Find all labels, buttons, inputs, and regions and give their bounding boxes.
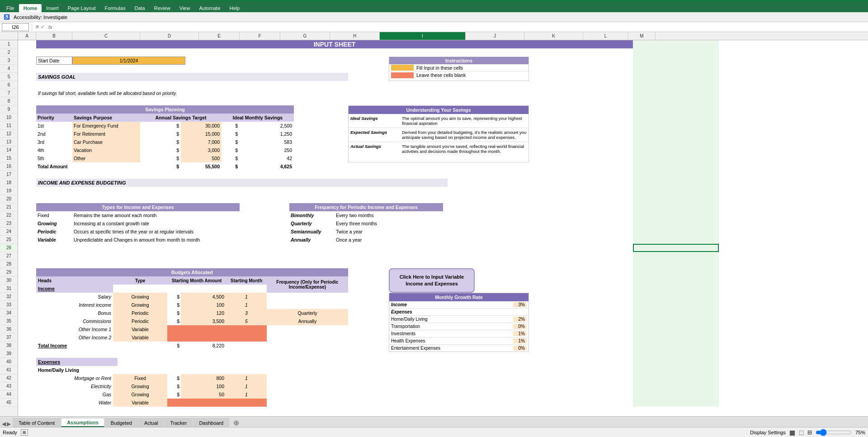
- sp-r4-purpose[interactable]: Vacation: [72, 146, 140, 154]
- row-6[interactable]: 6: [0, 81, 18, 89]
- row-11[interactable]: 11: [0, 122, 18, 130]
- row-7[interactable]: 7: [0, 89, 18, 97]
- row-2[interactable]: 2: [0, 48, 18, 57]
- ribbon-tab-home[interactable]: Home: [19, 4, 42, 12]
- col-header-e[interactable]: E: [199, 32, 240, 40]
- gas-type[interactable]: Growing: [113, 390, 167, 399]
- row-36[interactable]: 36: [0, 325, 18, 333]
- bonus-amount[interactable]: 120: [181, 309, 226, 317]
- col-header-d[interactable]: D: [140, 32, 199, 40]
- electricity-type[interactable]: Growing: [113, 382, 167, 390]
- salary-amount[interactable]: 4,500: [181, 293, 226, 301]
- row-10[interactable]: 10: [0, 114, 18, 122]
- commissions-amount[interactable]: 3,500: [181, 317, 226, 325]
- col-header-g[interactable]: G: [280, 32, 330, 40]
- electricity-amount[interactable]: 100: [181, 382, 226, 390]
- row-21[interactable]: 21: [0, 203, 18, 211]
- col-header-k[interactable]: K: [524, 32, 583, 40]
- mortgage-type[interactable]: Fixed: [113, 374, 167, 382]
- row-26[interactable]: 26: [0, 244, 18, 252]
- col-header-a[interactable]: A: [18, 32, 36, 40]
- other-income1-type[interactable]: Variable: [113, 325, 167, 333]
- bonus-type[interactable]: Periodic: [113, 309, 167, 317]
- col-header-c[interactable]: C: [72, 32, 140, 40]
- col-header-l[interactable]: L: [583, 32, 628, 40]
- tab-tracker[interactable]: Tracker: [165, 418, 193, 427]
- gas-amount[interactable]: 50: [181, 390, 226, 399]
- tab-budgeted[interactable]: Budgeted: [105, 418, 138, 427]
- commissions-freq[interactable]: Annually: [267, 317, 348, 325]
- interest-month[interactable]: 1: [226, 301, 267, 309]
- row-35[interactable]: 35: [0, 317, 18, 325]
- other-income2-type[interactable]: Variable: [113, 333, 167, 342]
- row-41[interactable]: 41: [0, 366, 18, 374]
- tab-prev-icon[interactable]: ◀: [2, 421, 6, 427]
- sp-r3-purpose[interactable]: Car Purchase: [72, 138, 140, 146]
- cell-reference-box[interactable]: [2, 23, 29, 31]
- row-25[interactable]: 25: [0, 236, 18, 244]
- row-20[interactable]: 20: [0, 195, 18, 203]
- tab-next-icon[interactable]: ▶: [7, 421, 11, 427]
- row-27[interactable]: 27: [0, 252, 18, 260]
- ribbon-tab-automate[interactable]: Automate: [194, 4, 225, 12]
- row-34[interactable]: 34: [0, 309, 18, 317]
- row-5[interactable]: 5: [0, 73, 18, 81]
- formula-input[interactable]: [54, 24, 866, 30]
- row-28[interactable]: 28: [0, 260, 18, 268]
- sp-r2-purpose[interactable]: For Retirement: [72, 130, 140, 138]
- ribbon-tab-review[interactable]: Review: [150, 4, 175, 12]
- row-31[interactable]: 31: [0, 285, 18, 293]
- col-header-h[interactable]: H: [330, 32, 380, 40]
- salary-type[interactable]: Growing: [113, 293, 167, 301]
- row-29[interactable]: 29: [0, 268, 18, 276]
- sp-r2-annual-val[interactable]: 15,000: [181, 130, 222, 138]
- normal-view-icon[interactable]: ▦: [789, 429, 795, 436]
- water-type[interactable]: Variable: [113, 399, 167, 407]
- row-30[interactable]: 30: [0, 276, 18, 285]
- row-1[interactable]: 1: [0, 40, 18, 48]
- row-45[interactable]: 45: [0, 399, 18, 407]
- page-break-icon[interactable]: ⊟: [807, 429, 812, 436]
- col-header-f[interactable]: F: [240, 32, 280, 40]
- ribbon-tab-data[interactable]: Data: [130, 4, 149, 12]
- row-17[interactable]: 17: [0, 171, 18, 179]
- row-22[interactable]: 22: [0, 211, 18, 219]
- salary-month[interactable]: 1: [226, 293, 267, 301]
- row-15[interactable]: 15: [0, 154, 18, 162]
- row-43[interactable]: 43: [0, 382, 18, 390]
- commissions-month[interactable]: 5: [226, 317, 267, 325]
- tab-table-of-content[interactable]: Table of Content: [13, 418, 61, 427]
- row-14[interactable]: 14: [0, 146, 18, 154]
- display-settings-label[interactable]: Display Settings: [750, 430, 786, 435]
- row-39[interactable]: 39: [0, 350, 18, 358]
- row-40[interactable]: 40: [0, 358, 18, 366]
- ribbon-tab-view[interactable]: View: [175, 4, 195, 12]
- cell-i26-selected[interactable]: [633, 244, 719, 252]
- row-24[interactable]: 24: [0, 228, 18, 236]
- add-sheet-button[interactable]: ⊕: [230, 418, 243, 427]
- row-32[interactable]: 32: [0, 293, 18, 301]
- row-13[interactable]: 13: [0, 138, 18, 146]
- col-header-j[interactable]: J: [466, 32, 524, 40]
- row-8[interactable]: 8: [0, 97, 18, 105]
- sp-r5-annual-val[interactable]: 500: [181, 154, 222, 162]
- gas-month[interactable]: 1: [226, 390, 267, 399]
- row-37[interactable]: 37: [0, 333, 18, 342]
- ribbon-tab-help[interactable]: Help: [225, 4, 245, 12]
- col-header-b[interactable]: B: [36, 32, 72, 40]
- sp-r1-purpose[interactable]: For Emergency Fund: [72, 122, 140, 130]
- row-9[interactable]: 9: [0, 105, 18, 114]
- row-12[interactable]: 12: [0, 130, 18, 138]
- row-18[interactable]: 18: [0, 179, 18, 187]
- ribbon-tab-formulas[interactable]: Formulas: [100, 4, 130, 12]
- sp-r1-annual-val[interactable]: 30,000: [181, 122, 222, 130]
- tab-assumptions[interactable]: Assumptions: [61, 418, 104, 427]
- sp-r5-purpose[interactable]: Other: [72, 154, 140, 162]
- mortgage-month[interactable]: 1: [226, 374, 267, 382]
- row-16[interactable]: 16: [0, 162, 18, 171]
- col-header-m[interactable]: M: [628, 32, 656, 40]
- sp-r4-annual-val[interactable]: 3,000: [181, 146, 222, 154]
- page-view-icon[interactable]: ⊞: [21, 429, 28, 436]
- ribbon-tab-insert[interactable]: Insert: [42, 4, 63, 12]
- tab-actual[interactable]: Actual: [138, 418, 164, 427]
